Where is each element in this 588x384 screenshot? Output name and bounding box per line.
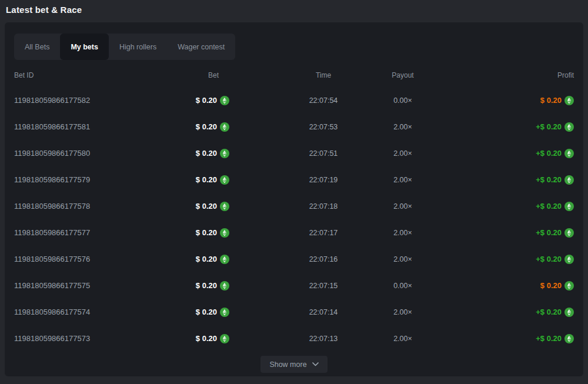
profit-amount-value: $ 0.20 xyxy=(540,281,562,290)
bet-amount-value: $ 0.20 xyxy=(196,308,217,316)
table-row[interactable]: 119818059866177576 $ 0.20 22:07:16 2.00×… xyxy=(14,246,574,272)
bet-id-value: 119818059866177573 xyxy=(14,334,161,343)
bet-amount-value: $ 0.20 xyxy=(196,175,217,184)
bet-amount-value: $ 0.20 xyxy=(196,122,217,131)
profit-amount-value: +$ 0.20 xyxy=(536,122,562,131)
column-header-payout: Payout xyxy=(388,71,417,79)
profit-amount-value: +$ 0.20 xyxy=(536,202,562,211)
eth-coin-icon xyxy=(220,334,229,343)
payout-value: 2.00× xyxy=(388,176,417,184)
payout-value: 2.00× xyxy=(388,335,417,343)
eth-coin-icon xyxy=(220,255,229,264)
tab-label: High rollers xyxy=(119,43,156,51)
bet-amount-value: $ 0.20 xyxy=(196,202,217,211)
bet-amount-value: $ 0.20 xyxy=(196,334,217,343)
show-more-label: Show more xyxy=(269,360,306,369)
time-value: 22:07:53 xyxy=(229,123,388,131)
table-body: 119818059866177582 $ 0.20 22:07:54 0.00×… xyxy=(14,87,574,352)
column-header-time: Time xyxy=(229,71,388,79)
eth-coin-icon xyxy=(220,202,229,211)
tab-my-bets[interactable]: My bets xyxy=(60,34,109,60)
payout-value: 0.00× xyxy=(388,96,417,105)
payout-value: 2.00× xyxy=(388,149,417,158)
show-more-button[interactable]: Show more xyxy=(260,356,327,373)
bet-id-value: 119818059866177577 xyxy=(14,228,161,237)
profit-amount-value: +$ 0.20 xyxy=(536,308,562,316)
table-row[interactable]: 119818059866177577 $ 0.20 22:07:17 2.00×… xyxy=(14,219,574,246)
profit-amount: +$ 0.20 xyxy=(417,202,574,211)
profit-amount-value: +$ 0.20 xyxy=(536,149,562,158)
bet-id-value: 119818059866177574 xyxy=(14,308,161,316)
payout-value: 2.00× xyxy=(388,308,417,316)
eth-coin-icon xyxy=(220,96,229,105)
bet-amount: $ 0.20 xyxy=(161,228,229,238)
time-value: 22:07:16 xyxy=(229,255,388,263)
tab-label: All Bets xyxy=(25,43,49,51)
tab-wager-contest[interactable]: Wager contest xyxy=(167,34,235,60)
bet-amount: $ 0.20 xyxy=(161,122,229,132)
bet-id-value: 119818059866177578 xyxy=(14,202,161,211)
table-row[interactable]: 119818059866177580 $ 0.20 22:07:51 2.00×… xyxy=(14,140,574,166)
eth-coin-icon xyxy=(220,228,229,238)
time-value: 22:07:51 xyxy=(229,149,388,158)
eth-coin-icon xyxy=(564,96,574,105)
show-more-container: Show more xyxy=(14,356,574,373)
table-row[interactable]: 119818059866177575 $ 0.20 22:07:15 0.00×… xyxy=(14,272,574,299)
eth-coin-icon xyxy=(220,308,229,317)
profit-amount-value: +$ 0.20 xyxy=(536,334,562,343)
time-value: 22:07:13 xyxy=(229,335,388,343)
time-value: 22:07:18 xyxy=(229,202,388,211)
column-header-profit: Profit xyxy=(417,71,574,79)
bet-id-value: 119818059866177579 xyxy=(14,175,161,184)
payout-value: 2.00× xyxy=(388,229,417,237)
payout-value: 2.00× xyxy=(388,123,417,131)
bet-amount-value: $ 0.20 xyxy=(196,96,217,105)
time-value: 22:07:19 xyxy=(229,176,388,184)
bet-amount-value: $ 0.20 xyxy=(196,149,217,158)
profit-amount-value: +$ 0.20 xyxy=(536,255,562,263)
profit-amount: +$ 0.20 xyxy=(417,175,574,185)
bet-id-value: 119818059866177580 xyxy=(14,149,161,158)
bet-amount: $ 0.20 xyxy=(161,308,229,317)
tab-high-rollers[interactable]: High rollers xyxy=(109,34,167,60)
column-header-bet-id: Bet ID xyxy=(14,71,161,79)
table-row[interactable]: 119818059866177582 $ 0.20 22:07:54 0.00×… xyxy=(14,87,574,113)
table-row[interactable]: 119818059866177573 $ 0.20 22:07:13 2.00×… xyxy=(14,325,574,352)
profit-amount: $ 0.20 xyxy=(417,96,574,105)
table-row[interactable]: 119818059866177574 $ 0.20 22:07:14 2.00×… xyxy=(14,299,574,325)
top-bar: Latest bet & Race xyxy=(0,0,588,22)
time-value: 22:07:14 xyxy=(229,308,388,316)
table-header-row: Bet ID Bet Time Payout Profit xyxy=(14,64,574,87)
eth-coin-icon xyxy=(220,175,229,185)
profit-amount: +$ 0.20 xyxy=(417,149,574,158)
eth-coin-icon xyxy=(564,202,574,211)
eth-coin-icon xyxy=(220,149,229,158)
tab-label: My bets xyxy=(71,43,98,51)
profit-amount-value: +$ 0.20 xyxy=(536,228,562,237)
page-title: Latest bet & Race xyxy=(6,5,82,15)
table-row[interactable]: 119818059866177581 $ 0.20 22:07:53 2.00×… xyxy=(14,113,574,140)
bet-amount: $ 0.20 xyxy=(161,149,229,158)
bets-table: Bet ID Bet Time Payout Profit 1198180598… xyxy=(14,64,574,352)
eth-coin-icon xyxy=(564,149,574,158)
column-header-bet: Bet xyxy=(161,71,229,79)
bet-amount: $ 0.20 xyxy=(161,96,229,105)
bet-id-value: 119818059866177575 xyxy=(14,281,161,290)
tab-all-bets[interactable]: All Bets xyxy=(14,34,60,60)
bet-amount: $ 0.20 xyxy=(161,255,229,264)
profit-amount: +$ 0.20 xyxy=(417,122,574,132)
table-row[interactable]: 119818059866177578 $ 0.20 22:07:18 2.00×… xyxy=(14,193,574,219)
bet-amount: $ 0.20 xyxy=(161,202,229,211)
eth-coin-icon xyxy=(220,281,229,290)
bet-amount-value: $ 0.20 xyxy=(196,281,217,290)
bet-amount-value: $ 0.20 xyxy=(196,255,217,263)
eth-coin-icon xyxy=(564,255,574,264)
bet-amount: $ 0.20 xyxy=(161,281,229,290)
table-row[interactable]: 119818059866177579 $ 0.20 22:07:19 2.00×… xyxy=(14,166,574,193)
eth-coin-icon xyxy=(564,122,574,132)
tab-label: Wager contest xyxy=(178,43,225,51)
bet-id-value: 119818059866177576 xyxy=(14,255,161,263)
profit-amount: +$ 0.20 xyxy=(417,308,574,317)
latest-bets-panel: All Bets My bets High rollers Wager cont… xyxy=(5,22,583,376)
time-value: 22:07:17 xyxy=(229,229,388,237)
